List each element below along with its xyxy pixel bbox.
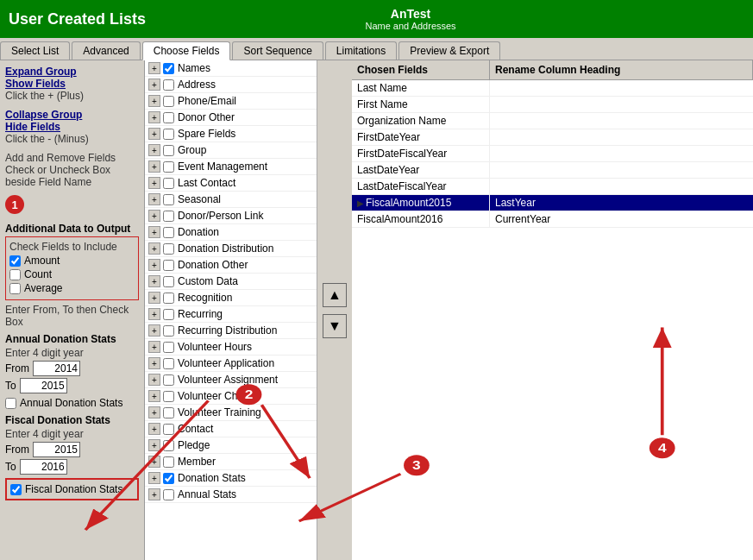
expand-btn[interactable]: + [148, 374, 160, 386]
field-checkbox-22[interactable] [163, 424, 174, 435]
field-checkbox-5[interactable] [163, 145, 174, 156]
expand-btn[interactable]: + [148, 144, 160, 156]
chosen-rename-1[interactable] [490, 103, 753, 106]
chosen-rename-0[interactable] [490, 86, 753, 90]
fiscal-from-input[interactable] [33, 442, 80, 457]
field-label-18: Volunteer Application [178, 357, 274, 369]
expand-btn[interactable]: + [148, 193, 160, 205]
chosen-row[interactable]: LastDateFiscalYear [352, 179, 753, 195]
field-checkbox-15[interactable] [163, 309, 174, 320]
field-checkbox-7[interactable] [163, 178, 174, 189]
field-checkbox-26[interactable] [163, 489, 174, 500]
field-checkbox-12[interactable] [163, 260, 174, 271]
field-checkbox-10[interactable] [163, 227, 174, 238]
expand-btn[interactable]: + [148, 472, 160, 484]
expand-btn[interactable]: + [148, 292, 160, 304]
move-up-button[interactable]: ▲ [323, 283, 347, 307]
chosen-row[interactable]: First Name [352, 97, 753, 113]
field-checkbox-20[interactable] [163, 391, 174, 402]
tab-preview-export[interactable]: Preview & Export [398, 41, 500, 60]
expand-group-link[interactable]: Expand Group [5, 66, 139, 78]
expand-btn[interactable]: + [148, 177, 160, 189]
field-checkbox-4[interactable] [163, 129, 174, 140]
expand-btn[interactable]: + [148, 111, 160, 123]
expand-btn[interactable]: + [148, 160, 160, 173]
expand-btn[interactable]: + [148, 324, 160, 337]
expand-btn[interactable]: + [148, 79, 160, 91]
expand-btn[interactable]: + [148, 357, 160, 369]
amount-checkbox[interactable] [9, 255, 21, 267]
tab-select-list[interactable]: Select List [0, 41, 70, 60]
expand-btn[interactable]: + [148, 308, 160, 320]
annual-to-input[interactable] [20, 378, 67, 393]
expand-btn[interactable]: + [148, 423, 160, 435]
expand-btn[interactable]: + [148, 390, 160, 402]
move-down-button[interactable]: ▼ [323, 314, 347, 338]
expand-btn[interactable]: + [148, 439, 160, 451]
chosen-row[interactable]: Last Name [352, 80, 753, 97]
expand-btn[interactable]: + [148, 259, 160, 271]
field-checkbox-3[interactable] [163, 112, 174, 123]
field-checkbox-14[interactable] [163, 293, 174, 304]
expand-btn[interactable]: + [148, 488, 160, 500]
field-checkbox-13[interactable] [163, 276, 174, 287]
field-checkbox-21[interactable] [163, 407, 174, 418]
field-item: + Recurring [145, 306, 317, 323]
field-checkbox-8[interactable] [163, 194, 174, 205]
fiscal-stats-checkbox[interactable] [10, 484, 22, 495]
chosen-rename-2[interactable] [490, 119, 753, 123]
chosen-row[interactable]: LastDateYear [352, 162, 753, 179]
field-checkbox-9[interactable] [163, 211, 174, 222]
chosen-rename-6[interactable] [490, 185, 753, 188]
chosen-rename-7[interactable]: LastYear [490, 195, 753, 211]
annual-from-input[interactable] [33, 361, 80, 376]
annual-stats-checkbox[interactable] [5, 398, 16, 409]
field-checkbox-0[interactable] [163, 63, 174, 74]
field-checkbox-23[interactable] [163, 440, 174, 451]
expand-btn[interactable]: + [148, 341, 160, 353]
tab-choose-fields[interactable]: Choose Fields [142, 41, 231, 60]
chosen-rename-3[interactable] [490, 135, 753, 139]
field-checkbox-18[interactable] [163, 358, 174, 369]
average-checkbox[interactable] [9, 283, 21, 294]
field-checkbox-24[interactable] [163, 456, 174, 468]
fiscal-to-input[interactable] [20, 459, 67, 475]
show-fields-link[interactable]: Show Fields [5, 78, 139, 90]
chosen-row[interactable]: ▶ FiscalAmount2015 LastYear [352, 195, 753, 211]
expand-btn[interactable]: + [148, 62, 160, 74]
tab-advanced[interactable]: Advanced [72, 41, 140, 60]
count-label: Count [24, 268, 52, 280]
chosen-row[interactable]: FiscalAmount2016 CurrentYear [352, 211, 753, 228]
chosen-row[interactable]: FirstDateYear [352, 129, 753, 146]
chosen-row[interactable]: FirstDateFiscalYear [352, 146, 753, 162]
field-checkbox-2[interactable] [163, 96, 174, 107]
chosen-rename-4[interactable] [490, 152, 753, 155]
expand-btn[interactable]: + [148, 242, 160, 255]
tab-sort-sequence[interactable]: Sort Sequence [232, 41, 323, 60]
chosen-header: Chosen Fields Rename Column Heading [352, 60, 753, 80]
chosen-rename-8[interactable]: CurrentYear [490, 211, 753, 227]
expand-btn[interactable]: + [148, 95, 160, 107]
chosen-rename-5[interactable] [490, 168, 753, 172]
hide-fields-link[interactable]: Hide Fields [5, 121, 139, 133]
field-checkbox-16[interactable] [163, 325, 174, 337]
expand-btn[interactable]: + [148, 275, 160, 287]
expand-btn[interactable]: + [148, 128, 160, 140]
sidebar: Expand Group Show Fields Click the + (Pl… [0, 60, 145, 560]
field-checkbox-11[interactable] [163, 243, 174, 255]
expand-btn[interactable]: + [148, 226, 160, 238]
count-checkbox[interactable] [9, 269, 21, 280]
field-checkbox-19[interactable] [163, 374, 174, 386]
field-label-9: Donor/Person Link [178, 210, 263, 222]
collapse-group-link[interactable]: Collapse Group [5, 109, 139, 121]
expand-btn[interactable]: + [148, 210, 160, 222]
tab-limitations[interactable]: Limitations [325, 41, 397, 60]
field-checkbox-25[interactable] [163, 473, 174, 484]
expand-btn[interactable]: + [148, 456, 160, 468]
field-checkbox-1[interactable] [163, 79, 174, 91]
field-checkbox-6[interactable] [163, 161, 174, 173]
field-label-1: Address [178, 79, 216, 91]
chosen-row[interactable]: Organization Name [352, 113, 753, 129]
field-checkbox-17[interactable] [163, 342, 174, 353]
expand-btn[interactable]: + [148, 406, 160, 418]
